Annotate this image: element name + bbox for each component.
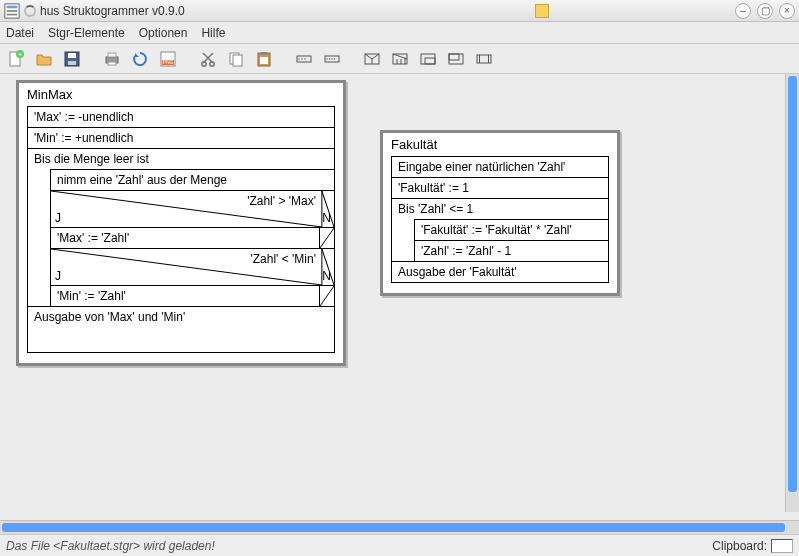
svg-text:PNG: PNG [163, 59, 174, 65]
app-icon [4, 3, 20, 19]
svg-rect-9 [68, 61, 76, 65]
new-button[interactable]: + [4, 47, 28, 71]
menu-stgr-elemente[interactable]: Stgr-Elemente [48, 26, 125, 40]
condition-block[interactable]: 'Zahl' > 'Max' J N [51, 191, 334, 228]
svg-line-42 [320, 228, 334, 248]
svg-point-26 [304, 58, 305, 59]
svg-point-29 [329, 58, 330, 59]
paste-button[interactable] [252, 47, 276, 71]
toolbar: + PNG [0, 44, 799, 74]
statement[interactable]: 'Max' := -unendlich [28, 107, 334, 128]
svg-rect-37 [449, 54, 459, 60]
maximize-button[interactable]: ▢ [757, 3, 773, 19]
struktogramm-minmax[interactable]: MinMax 'Max' := -unendlich 'Min' := +une… [16, 80, 346, 366]
svg-line-44 [320, 286, 334, 306]
statement[interactable]: 'Fakultät' := 1 [392, 178, 608, 199]
branch-row[interactable]: 'Min' := 'Zahl' [51, 286, 334, 306]
svg-point-31 [334, 58, 335, 59]
svg-rect-12 [108, 62, 116, 65]
struct-title: MinMax [19, 83, 343, 106]
loop-block[interactable]: Bis die Menge leer ist nimm eine 'Zahl' … [28, 149, 334, 307]
statement[interactable]: 'Fakultät' := 'Fakultät' * 'Zahl' [415, 220, 608, 241]
statement[interactable]: 'Zahl' := 'Zahl' - 1 [415, 241, 608, 261]
print-button[interactable] [100, 47, 124, 71]
svg-rect-11 [108, 53, 116, 57]
save-button[interactable] [60, 47, 84, 71]
svg-point-25 [301, 58, 302, 59]
struct-title: Fakultät [383, 133, 617, 156]
svg-rect-19 [233, 55, 242, 66]
svg-rect-1 [7, 5, 18, 8]
canvas-area: MinMax 'Max' := -unendlich 'Min' := +une… [0, 74, 799, 512]
empty-branch [320, 228, 334, 248]
element-call-button[interactable] [472, 47, 496, 71]
struct-body: Eingabe einer natürlichen 'Zahl' 'Fakult… [391, 156, 609, 283]
svg-point-17 [210, 61, 214, 65]
element-repeat-button[interactable] [444, 47, 468, 71]
close-button[interactable]: × [779, 3, 795, 19]
clipboard-value [771, 539, 793, 553]
window-title: hus Struktogrammer v0.9.0 [40, 4, 185, 18]
canvas[interactable]: MinMax 'Max' := -unendlich 'Min' := +une… [0, 74, 785, 512]
svg-rect-8 [68, 53, 76, 58]
element-sequence-button[interactable] [292, 47, 316, 71]
open-button[interactable] [32, 47, 56, 71]
statement[interactable]: nimm eine 'Zahl' aus der Menge [51, 170, 334, 191]
element-block-button[interactable] [320, 47, 344, 71]
condition-text: 'Zahl' > 'Max' [247, 194, 316, 208]
clipboard-label: Clipboard: [712, 539, 767, 553]
struktogramm-fakultaet[interactable]: Fakultät Eingabe einer natürlichen 'Zahl… [380, 130, 620, 296]
condition-false-label: N [322, 211, 331, 225]
svg-point-24 [298, 58, 299, 59]
status-message: Das File <Fakultaet.stgr> wird geladen! [6, 539, 215, 553]
element-if-button[interactable] [360, 47, 384, 71]
statement: 'Min' := 'Zahl' [51, 286, 320, 306]
svg-text:+: + [18, 51, 22, 58]
condition-text: 'Zahl' < 'Min' [250, 252, 316, 266]
loop-head: Bis 'Zahl' <= 1 [392, 199, 608, 219]
branch-row[interactable]: 'Max' := 'Zahl' [51, 228, 334, 249]
element-case-button[interactable] [388, 47, 412, 71]
refresh-button[interactable] [128, 47, 152, 71]
element-while-button[interactable] [416, 47, 440, 71]
statement[interactable]: 'Min' := +unendlich [28, 128, 334, 149]
loading-spinner-icon [24, 5, 36, 17]
condition-true-label: J [55, 211, 61, 225]
statement[interactable]: Ausgabe von 'Max' und 'Min' [28, 307, 334, 352]
loop-block[interactable]: Bis 'Zahl' <= 1 'Fakultät' := 'Fakultät'… [392, 199, 608, 262]
statement[interactable]: Ausgabe der 'Fakultät' [392, 262, 608, 282]
note-icon [535, 4, 549, 18]
statusbar: Das File <Fakultaet.stgr> wird geladen! … [0, 534, 799, 556]
menu-datei[interactable]: Datei [6, 26, 34, 40]
svg-point-28 [326, 58, 327, 59]
copy-button[interactable] [224, 47, 248, 71]
empty-branch [320, 286, 334, 306]
svg-rect-2 [7, 10, 18, 12]
menu-optionen[interactable]: Optionen [139, 26, 188, 40]
svg-rect-34 [421, 54, 435, 64]
svg-point-30 [331, 58, 332, 59]
condition-true-label: J [55, 269, 61, 283]
titlebar: hus Struktogrammer v0.9.0 – ▢ × [0, 0, 799, 22]
svg-point-16 [202, 61, 206, 65]
svg-rect-3 [7, 13, 18, 15]
statement[interactable]: Eingabe einer natürlichen 'Zahl' [392, 157, 608, 178]
svg-rect-22 [260, 57, 268, 64]
svg-rect-35 [425, 58, 435, 64]
horizontal-scrollbar[interactable] [0, 520, 799, 534]
loop-head: Bis die Menge leer ist [28, 149, 334, 169]
svg-rect-36 [449, 54, 463, 64]
statement: 'Max' := 'Zahl' [51, 228, 320, 248]
vertical-scrollbar[interactable] [785, 74, 799, 512]
menubar: Datei Stgr-Elemente Optionen Hilfe [0, 22, 799, 44]
minimize-button[interactable]: – [735, 3, 751, 19]
condition-false-label: N [322, 269, 331, 283]
svg-rect-21 [261, 52, 267, 55]
clipboard-indicator: Clipboard: [712, 539, 793, 553]
export-png-button[interactable]: PNG [156, 47, 180, 71]
struct-body: 'Max' := -unendlich 'Min' := +unendlich … [27, 106, 335, 353]
condition-block[interactable]: 'Zahl' < 'Min' J N [51, 249, 334, 286]
menu-hilfe[interactable]: Hilfe [201, 26, 225, 40]
cut-button[interactable] [196, 47, 220, 71]
